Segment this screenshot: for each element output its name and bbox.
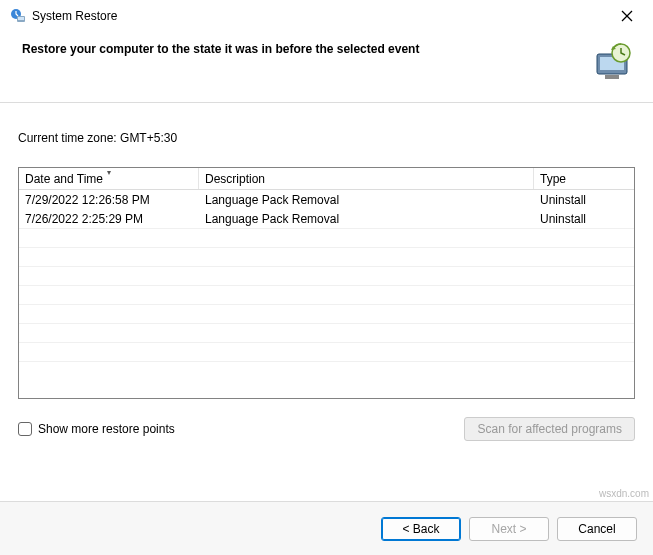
empty-row	[19, 361, 634, 380]
empty-row	[19, 247, 634, 266]
restore-monitor-clock-icon	[591, 42, 633, 82]
empty-row	[19, 228, 634, 247]
cell-datetime: 7/26/2022 2:25:29 PM	[19, 210, 199, 228]
restore-points-table: Date and Time ▾ Description Type 7/29/20…	[18, 167, 635, 399]
back-button[interactable]: < Back	[381, 517, 461, 541]
cancel-button[interactable]: Cancel	[557, 517, 637, 541]
table-row[interactable]: 7/26/2022 2:25:29 PM Language Pack Remov…	[19, 209, 634, 228]
cell-datetime: 7/29/2022 12:26:58 PM	[19, 191, 199, 209]
header-row: Restore your computer to the state it wa…	[0, 32, 653, 102]
empty-row	[19, 304, 634, 323]
column-header-label: Description	[205, 172, 265, 186]
content-area: Current time zone: GMT+5:30 Date and Tim…	[0, 103, 653, 399]
table-row[interactable]: 7/29/2022 12:26:58 PM Language Pack Remo…	[19, 190, 634, 209]
title-bar: System Restore	[0, 0, 653, 32]
cell-description: Language Pack Removal	[199, 210, 534, 228]
watermark: wsxdn.com	[599, 488, 649, 499]
column-header-datetime[interactable]: Date and Time ▾	[19, 168, 199, 189]
next-button[interactable]: Next >	[469, 517, 549, 541]
cell-type: Uninstall	[534, 191, 634, 209]
checkbox-label: Show more restore points	[38, 422, 175, 436]
empty-row	[19, 285, 634, 304]
column-header-description[interactable]: Description	[199, 168, 534, 189]
scan-affected-programs-button[interactable]: Scan for affected programs	[464, 417, 635, 441]
checkbox-icon	[18, 422, 32, 436]
column-header-type[interactable]: Type	[534, 168, 634, 189]
cell-description: Language Pack Removal	[199, 191, 534, 209]
svg-rect-7	[605, 75, 619, 79]
close-button[interactable]	[611, 4, 643, 28]
empty-row	[19, 323, 634, 342]
table-header-row: Date and Time ▾ Description Type	[19, 168, 634, 190]
system-restore-icon	[10, 8, 26, 24]
column-header-label: Type	[540, 172, 566, 186]
show-more-checkbox[interactable]: Show more restore points	[18, 422, 175, 436]
window-title: System Restore	[32, 9, 117, 23]
page-heading: Restore your computer to the state it wa…	[22, 42, 591, 56]
table-body: 7/29/2022 12:26:58 PM Language Pack Remo…	[19, 190, 634, 380]
sort-indicator-icon: ▾	[107, 168, 111, 177]
wizard-footer: < Back Next > Cancel	[0, 501, 653, 555]
empty-row	[19, 342, 634, 361]
empty-row	[19, 266, 634, 285]
timezone-label: Current time zone: GMT+5:30	[18, 131, 635, 145]
options-row: Show more restore points Scan for affect…	[0, 399, 653, 441]
cell-type: Uninstall	[534, 210, 634, 228]
column-header-label: Date and Time	[25, 172, 103, 186]
svg-rect-2	[18, 17, 24, 20]
